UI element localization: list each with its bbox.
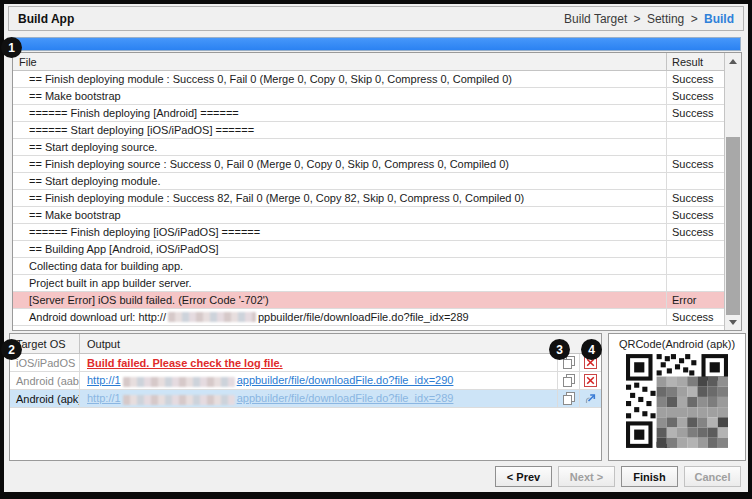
redacted-host [168,312,256,322]
log-table-scrollbar[interactable] [724,53,741,330]
copy-button[interactable] [557,372,579,389]
open-button[interactable] [579,390,601,407]
build-progress-bar [12,37,741,51]
table-row[interactable]: == Finish deploying source : Success 0, … [13,156,724,173]
download-link[interactable]: http://1appbuilder/file/downloadFile.do?… [87,392,453,404]
qr-code [626,354,728,448]
log-result: Success [666,309,724,325]
delete-button[interactable] [579,372,601,389]
wizard-footer: < Prev Next > Finish Cancel [495,466,741,487]
url-prefix: http://1 [87,374,121,386]
log-message: == Start deploying module. [13,173,666,189]
log-message: == Finish deploying module : Success 82,… [13,190,666,206]
table-row[interactable]: ====== Start deploying [iOS/iPadOS] ====… [13,122,724,139]
qr-panel-title: QRCode(Android (apk)) [609,338,745,350]
log-result: Success [666,71,724,87]
log-message: == Make bootstrap [13,88,666,104]
next-button[interactable]: Next > [558,466,615,487]
log-result [666,122,724,138]
copy-button[interactable] [557,390,579,407]
table-row[interactable]: ====== Finish deploying [Android] ======… [13,105,724,122]
download-link[interactable]: http://1appbuilder/file/downloadFile.do?… [87,374,453,386]
scroll-down-button[interactable] [725,314,741,330]
table-row[interactable]: == Finish deploying module : Success 82,… [13,190,724,207]
log-message: Collecting data for building app. [13,258,666,274]
log-result [666,139,724,155]
delete-icon [584,374,597,387]
url-suffix: appbuilder/file/downloadFile.do?file_idx… [237,374,454,386]
scroll-up-button[interactable] [725,53,741,69]
column-header-output[interactable]: Output [80,338,601,350]
table-row[interactable]: == Start deploying module. [13,173,724,190]
table-row[interactable]: == Building App [Android, iOS/iPadOS] [13,241,724,258]
url-prefix: http://1 [87,392,121,404]
copy-icon [563,392,575,405]
qr-blur-mosaic [657,377,728,448]
log-result: Success [666,190,724,206]
log-message: == Start deploying source. [13,139,666,155]
annotation-badge-4: 4 [581,339,602,360]
table-row-error[interactable]: [Server Error] iOS build failed. (Error … [13,292,724,309]
table-row[interactable]: == Make bootstrap Success [13,207,724,224]
output-row-android-aab[interactable]: Android (aab) http://1appbuilder/file/do… [10,372,601,390]
table-row[interactable]: == Make bootstrap Success [13,88,724,105]
output-row-android-apk[interactable]: Android (apk) http://1appbuilder/file/do… [10,390,601,408]
table-row[interactable]: Android download url: http://ppbuilder/f… [13,309,724,326]
redacted-host [123,377,235,387]
prev-button[interactable]: < Prev [495,466,552,487]
table-row[interactable]: == Start deploying source. [13,139,724,156]
target-os-label: Android (apk) [10,390,80,407]
log-table-header: File Result [13,53,724,71]
annotation-badge-2: 2 [1,339,22,360]
cancel-button[interactable]: Cancel [684,466,741,487]
column-header-result[interactable]: Result [666,53,724,70]
triangle-down-icon [729,320,737,325]
log-message: Project built in app builder server. [13,275,666,291]
table-row[interactable]: Collecting data for building app. [13,258,724,275]
log-result: Success [666,224,724,240]
build-failed-message[interactable]: Build failed. Please check the log file. [87,357,283,369]
log-message: ====== Finish deploying [iOS/iPadOS] ===… [13,224,666,240]
log-message: == Make bootstrap [13,207,666,223]
log-result: Success [666,207,724,223]
log-message-error: [Server Error] iOS build failed. (Error … [13,292,666,308]
build-log-table: File Result == Finish deploying module :… [12,52,742,331]
open-icon [584,392,597,405]
breadcrumb-build-target[interactable]: Build Target [564,12,627,26]
log-result: Success [666,156,724,172]
log-message-download-url: Android download url: http://ppbuilder/f… [13,309,666,325]
table-row[interactable]: == Finish deploying module : Success 0, … [13,71,724,88]
output-table: Target OS Output iOS/iPadOS Build failed… [9,333,602,461]
annotation-badge-1: 1 [1,37,22,58]
url-suffix: ppbuilder/file/downloadFile.do?file_idx=… [258,311,469,323]
table-row[interactable]: Project built in app builder server. [13,275,724,292]
target-os-label: iOS/iPadOS [10,354,80,371]
table-row[interactable]: ====== Finish deploying [iOS/iPadOS] ===… [13,224,724,241]
output-table-header: Target OS Output [10,334,601,354]
log-result [666,258,724,274]
breadcrumb-build[interactable]: Build [704,12,734,26]
log-result: Success [666,88,724,104]
log-result [666,241,724,257]
log-message: == Finish deploying module : Success 0, … [13,71,666,87]
log-result: Success [666,105,724,121]
url-prefix: Android download url: http:// [29,311,166,323]
redacted-host [123,395,235,405]
url-suffix: appbuilder/file/downloadFile.do?file_idx… [237,392,454,404]
scrollbar-thumb[interactable] [726,137,740,315]
breadcrumb: Build Target > Setting > Build [561,12,734,26]
build-app-dialog: Build App Build Target > Setting > Build… [4,4,748,492]
breadcrumb-setting[interactable]: Setting [647,12,684,26]
log-result [666,173,724,189]
column-header-file[interactable]: File [13,56,666,68]
output-row-ios[interactable]: iOS/iPadOS Build failed. Please check th… [10,354,601,372]
build-progress-fill [13,38,740,50]
triangle-up-icon [729,59,737,64]
log-result: Error [666,292,724,308]
page-title: Build App [18,12,74,26]
dialog-header: Build App Build Target > Setting > Build [8,6,744,31]
breadcrumb-separator: > [691,12,698,26]
target-os-label: Android (aab) [10,372,80,389]
finish-button[interactable]: Finish [621,466,678,487]
qr-panel: QRCode(Android (apk)) [608,333,746,461]
